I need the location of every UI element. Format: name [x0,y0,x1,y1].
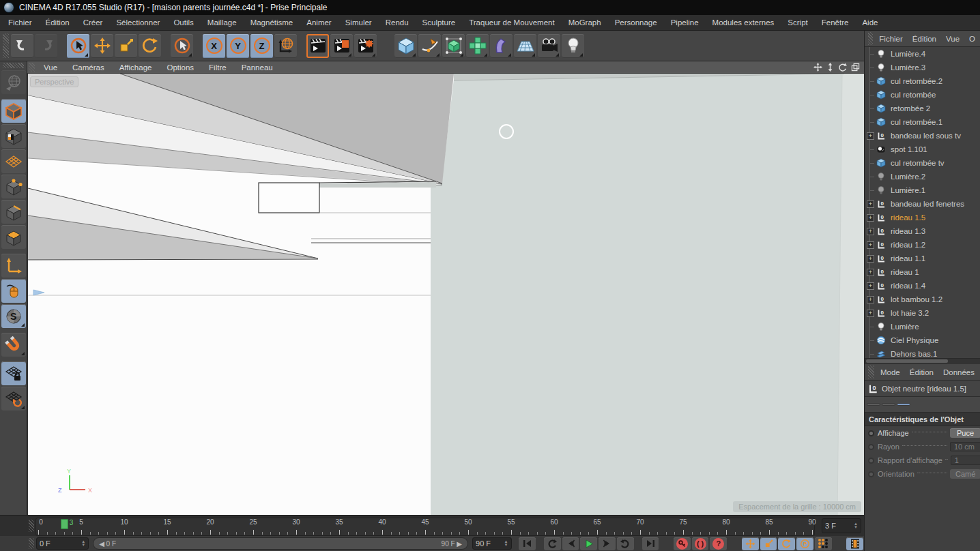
add-spline-button[interactable] [418,34,441,58]
object-name[interactable]: lot bambou 1.2 [891,295,942,303]
object-list-item[interactable]: + 0 spot 1.101 [865,143,980,156]
menu-item[interactable]: Simuler [338,18,379,27]
camera-label[interactable]: Perspective [30,76,78,87]
preview-range-slider[interactable]: ◀ 0 F 90 F ▶ [93,537,468,550]
object-type-icon[interactable]: 0 [876,281,887,291]
object-name[interactable]: Lumière.1 [891,186,925,194]
expand-icon[interactable]: + [867,214,874,222]
menu-item[interactable]: Édition [905,368,938,376]
menu-item[interactable]: Personnage [608,18,664,27]
workplane-mode-button[interactable] [1,149,26,173]
object-type-icon[interactable]: 0 [876,145,887,154]
property-control[interactable]: 10 cm [950,442,980,451]
object-list-item[interactable]: + 0 cul retombée tv [865,156,980,170]
viewport-drag-handle[interactable] [29,63,35,72]
object-list-item[interactable]: + 0 rideau 1 [865,265,980,279]
menu-item[interactable]: Affichage [112,63,160,72]
object-list-item[interactable]: + 0 cul retombée.2 [865,74,980,88]
object-type-icon[interactable]: 0 [876,349,887,358]
property-control[interactable]: Puce [950,428,980,438]
key-position-toggle[interactable] [742,537,759,550]
object-list-item[interactable]: + 0 Lumière [865,320,980,333]
timeline-ruler[interactable]: 3 051015202530354045505560657075808590 [35,518,815,536]
menu-item[interactable]: Fichier [1,18,39,27]
object-type-icon[interactable]: 0 [876,90,887,100]
current-frame-spinner[interactable]: 3 F ▲▼ [822,518,861,533]
object-name[interactable]: rideau 1.5 [891,213,925,222]
maximize-view-icon[interactable] [851,63,860,72]
object-type-icon[interactable]: 0 [876,49,887,59]
key-scale-toggle[interactable] [760,537,777,550]
viewport-canvas[interactable]: Y X Z Perspective Espacement de la grill… [27,74,864,515]
menu-item[interactable]: Sculpture [416,18,463,27]
menu-item[interactable]: Vue [941,35,964,43]
add-cube-button[interactable] [394,34,417,58]
object-type-icon[interactable]: 0 [876,172,887,181]
menu-item[interactable]: MoGraph [562,18,608,27]
animation-toggle-icon[interactable] [868,430,874,436]
attribute-tab[interactable] [897,403,910,406]
menu-item[interactable]: Vue [36,63,65,72]
align-workplane-button[interactable] [1,387,26,411]
record-keyframe-button[interactable] [674,537,691,550]
object-name[interactable]: rideau 1.3 [891,227,925,235]
object-name[interactable]: cul retombée.1 [891,118,942,126]
object-list-item[interactable]: + 0 bandeau led fenetres [865,197,980,211]
animation-toggle-icon[interactable] [868,458,874,464]
render-picture-viewer-button[interactable] [330,34,353,58]
render-view-button[interactable] [306,34,329,58]
key-parameter-toggle[interactable]: P [796,537,813,550]
object-manager-drag-handle[interactable] [868,32,873,44]
object-type-icon[interactable]: 0 [876,213,887,222]
timeline-drag-handle[interactable] [29,520,34,532]
object-list-item[interactable]: + 0 rideau 1.1 [865,252,980,265]
add-subdivision-button[interactable] [442,34,465,58]
object-type-icon[interactable]: 0 [876,240,887,250]
object-list-item[interactable]: + 0 Ciel Physique [865,333,980,347]
object-list-item[interactable]: + 0 retombée 2 [865,102,980,115]
object-list-item[interactable]: + 0 Lumière.4 [865,47,980,61]
object-name[interactable]: Lumière.2 [891,173,925,181]
object-type-icon[interactable]: 0 [876,336,887,345]
expand-icon[interactable]: + [867,282,874,290]
expand-icon[interactable]: + [867,241,874,249]
previous-frame-button[interactable] [562,537,579,550]
object-name[interactable]: bandeau led fenetres [891,200,964,208]
range-start-spinner[interactable]: 0 F ▲▼ [36,537,89,550]
attribute-tab[interactable] [867,403,880,406]
object-type-icon[interactable]: 0 [876,117,887,127]
make-editable-button[interactable] [1,70,26,94]
object-manager-scrollbar[interactable] [865,358,980,364]
object-type-icon[interactable]: 0 [876,185,887,195]
object-list-item[interactable]: + 0 lot bambou 1.2 [865,293,980,306]
object-type-icon[interactable]: 0 [876,76,887,86]
object-list-item[interactable]: + 0 rideau 1.5 [865,211,980,224]
previous-key-button[interactable] [544,537,561,550]
edges-mode-button[interactable] [1,200,26,224]
object-name[interactable]: rideau 1 [891,268,919,276]
menu-item[interactable]: Sélectionner [109,18,167,27]
menu-item[interactable]: Rendu [379,18,416,27]
object-name[interactable]: Ciel Physique [891,336,938,344]
object-list-item[interactable]: + 0 Lumière.1 [865,183,980,197]
redo-button[interactable] [35,34,57,58]
object-name[interactable]: retombée 2 [891,104,930,113]
attribute-manager-drag-handle[interactable] [868,366,874,378]
menu-item[interactable]: Options [159,63,201,72]
goto-start-button[interactable] [519,537,536,550]
undo-button[interactable] [11,34,33,58]
zoom-view-icon[interactable] [826,63,834,72]
object-type-icon[interactable]: 0 [876,131,887,140]
menu-item[interactable]: Script [781,18,814,27]
timeline-playhead[interactable] [61,519,68,529]
object-type-icon[interactable]: 0 [876,226,887,236]
object-name[interactable]: rideau 1.2 [891,241,925,249]
move-button[interactable] [91,34,113,58]
render-settings-button[interactable] [354,34,377,58]
object-list-item[interactable]: + 0 cul retombée [865,88,980,102]
menu-item[interactable]: Édition [908,35,941,43]
add-mograph-button[interactable] [466,34,489,58]
object-list-item[interactable]: + 0 bandeau led sous tv [865,129,980,143]
spinner-arrows-icon[interactable]: ▲▼ [504,540,508,547]
key-pla-toggle[interactable] [815,537,832,550]
